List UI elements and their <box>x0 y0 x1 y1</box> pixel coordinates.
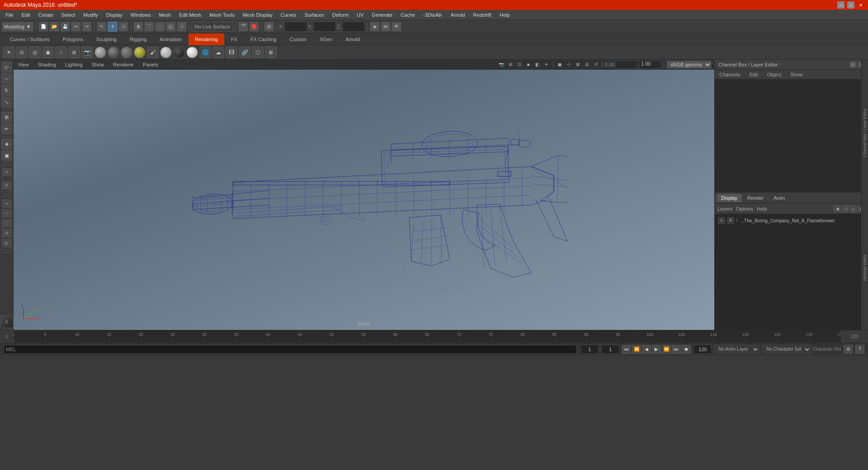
shelf-sun-btn[interactable]: ☀ <box>3 47 14 58</box>
menu-modify[interactable]: Modify <box>80 11 101 19</box>
menu-mesh-display[interactable]: Mesh Display <box>239 11 276 19</box>
channel-box-side-label[interactable]: Channel Box / Layer Editor <box>861 107 868 159</box>
save-file-button[interactable]: 💾 <box>60 22 70 32</box>
shelf-render2-btn[interactable] <box>108 47 119 58</box>
paint-btn[interactable]: ▣ <box>1 150 12 161</box>
vp-show-menu[interactable]: Show <box>90 61 106 68</box>
vp-sub-btn1[interactable]: ⊟ <box>3 168 11 176</box>
vp-mask4-btn[interactable]: ⊟ <box>583 61 591 69</box>
menu-curves[interactable]: Curves <box>277 11 300 19</box>
anim-goto-end-btn[interactable]: ⏭ <box>672 345 681 354</box>
menu-select[interactable]: Select <box>58 11 79 19</box>
lower-tab-display[interactable]: Display <box>717 194 742 202</box>
shelf-light5-btn[interactable]: ⊚ <box>68 47 80 58</box>
shelf-circle-btn[interactable]: ⊕ <box>265 47 277 58</box>
vp-wire-btn[interactable]: ⊡ <box>515 61 524 69</box>
select-mode-button[interactable]: ↖ <box>97 22 107 32</box>
vp-val2-input[interactable]: 1.00 <box>639 61 661 69</box>
menu-surfaces[interactable]: Surfaces <box>301 11 328 19</box>
layer-visibility-btn[interactable]: V <box>718 217 725 224</box>
vp-light-btn[interactable]: ☀ <box>542 61 551 69</box>
ch-tab-object[interactable]: Object <box>765 71 783 78</box>
shelf-light1-btn[interactable]: ⊙ <box>16 47 28 58</box>
show-ui-button[interactable]: ⊟ <box>264 22 274 32</box>
tab-fx-caching[interactable]: FX Caching <box>244 33 283 45</box>
menu-mesh[interactable]: Mesh <box>155 11 175 19</box>
layer-prev-btn[interactable]: ◀ <box>834 205 841 212</box>
vp-sub-btn2[interactable]: ⊠ <box>3 181 11 189</box>
shelf-sphere-white[interactable] <box>186 47 198 58</box>
move-tool-btn[interactable]: ↔ <box>1 73 12 84</box>
tab-xgen[interactable]: XGen <box>313 33 339 45</box>
shelf-light3-btn[interactable]: ◉ <box>42 47 54 58</box>
panel-float-btn[interactable]: ⊟ <box>850 61 856 68</box>
vp-mask1-btn[interactable]: ◼ <box>556 61 564 69</box>
vp-view-menu[interactable]: View <box>16 61 31 68</box>
anim-record-btn[interactable]: ⏺ <box>682 345 691 354</box>
lsub-btn2[interactable]: ⋯ <box>3 209 11 217</box>
character-set-dropdown[interactable]: No Character Set <box>762 345 811 354</box>
menu-uv[interactable]: UV <box>353 11 367 19</box>
redo-button[interactable]: ↪ <box>82 22 92 32</box>
tab-polygons[interactable]: Polygons <box>56 33 89 45</box>
lower-tab-anim[interactable]: Anim <box>769 194 789 202</box>
vp-cam-btn[interactable]: 📷 <box>497 61 505 69</box>
vp-refresh-btn[interactable]: ↺ <box>592 61 600 69</box>
menu-edit[interactable]: Edit <box>18 11 34 19</box>
vp-renderer-menu[interactable]: Renderer <box>111 61 136 68</box>
rotate-tool-btn[interactable]: ↻ <box>1 85 12 96</box>
anim-play-back-btn[interactable]: ◀ <box>642 345 651 354</box>
lsub-btn3[interactable]: ⋮ <box>3 219 11 227</box>
settings-btn[interactable]: ⚙ <box>844 345 853 354</box>
soft-select-btn[interactable]: ◈ <box>1 138 12 149</box>
tab-custom[interactable]: Custom <box>283 33 313 45</box>
ipr-button[interactable]: 🔴 <box>249 22 259 32</box>
gamma-dropdown[interactable]: sRGB gamma <box>666 61 712 69</box>
vp-tex-btn[interactable]: ◧ <box>533 61 542 69</box>
shelf-brush-btn[interactable]: 🖌 <box>147 47 159 58</box>
shelf-light4-btn[interactable]: ○ <box>55 47 67 58</box>
tab-arnold-tab[interactable]: Arnold <box>340 33 367 45</box>
attribute-editor-side-label[interactable]: Attribute Editor <box>861 253 868 283</box>
vp-shading-menu[interactable]: Shading <box>36 61 58 68</box>
layer-reference-btn[interactable]: P <box>727 217 734 224</box>
coord-z-field[interactable] <box>342 22 365 32</box>
shelf-render-view-btn[interactable]: 🎞 <box>226 47 237 58</box>
ch-tab-show[interactable]: Show <box>788 71 805 78</box>
layers-menu[interactable]: Layers <box>717 206 732 212</box>
workspace-dropdown[interactable]: Modeling ▼ <box>2 22 33 32</box>
menu-help[interactable]: Help <box>496 11 514 19</box>
lsub-btn5[interactable]: ◱ <box>3 239 11 247</box>
tab-fx[interactable]: FX <box>225 33 244 45</box>
shelf-render4-btn[interactable] <box>134 47 146 58</box>
tab-animation[interactable]: Animation <box>153 33 188 45</box>
menu-generate[interactable]: Generate <box>368 11 396 19</box>
menu-edit-mesh[interactable]: Edit Mesh <box>175 11 205 19</box>
frame-start-field[interactable]: 1 <box>580 345 599 354</box>
menu-display[interactable]: Display <box>103 11 126 19</box>
coord-y-field[interactable] <box>313 22 336 32</box>
lsub-btn4[interactable]: ⊡ <box>3 229 11 237</box>
anim-goto-start-btn[interactable]: ⏮ <box>622 345 631 354</box>
lasso-button[interactable]: ⊃ <box>118 22 128 32</box>
help-menu[interactable]: Help <box>757 206 767 212</box>
tab-sculpting[interactable]: Sculpting <box>90 33 123 45</box>
vp-panels-menu[interactable]: Panels <box>141 61 160 68</box>
scale-tool-btn[interactable]: ⤡ <box>1 97 12 108</box>
layer-prev2-btn[interactable]: ◁ <box>842 205 849 212</box>
anim-step-back-btn[interactable]: ⏪ <box>632 345 641 354</box>
layer-next-btn[interactable]: ▷ <box>850 205 857 212</box>
select-tool-btn[interactable]: ▷ <box>1 61 12 72</box>
mel-input-area[interactable]: MEL <box>4 345 577 354</box>
quick-sel-button[interactable]: ◈ <box>370 22 380 32</box>
new-file-button[interactable]: 📄 <box>38 22 48 32</box>
render-button[interactable]: 🎬 <box>238 22 248 32</box>
mel-input[interactable] <box>16 347 575 352</box>
options-menu[interactable]: Options <box>736 206 753 212</box>
frame-end-field[interactable]: 120 <box>693 345 712 354</box>
menu-windows[interactable]: Windows <box>127 11 155 19</box>
maximize-button[interactable]: □ <box>847 1 854 9</box>
viewport-canvas[interactable]: .wire { fill: none; stroke: #1a1a8a; str… <box>14 70 714 330</box>
vp-grid-btn[interactable]: ⊞ <box>506 61 514 69</box>
vp-mask3-btn[interactable]: ⊠ <box>574 61 582 69</box>
